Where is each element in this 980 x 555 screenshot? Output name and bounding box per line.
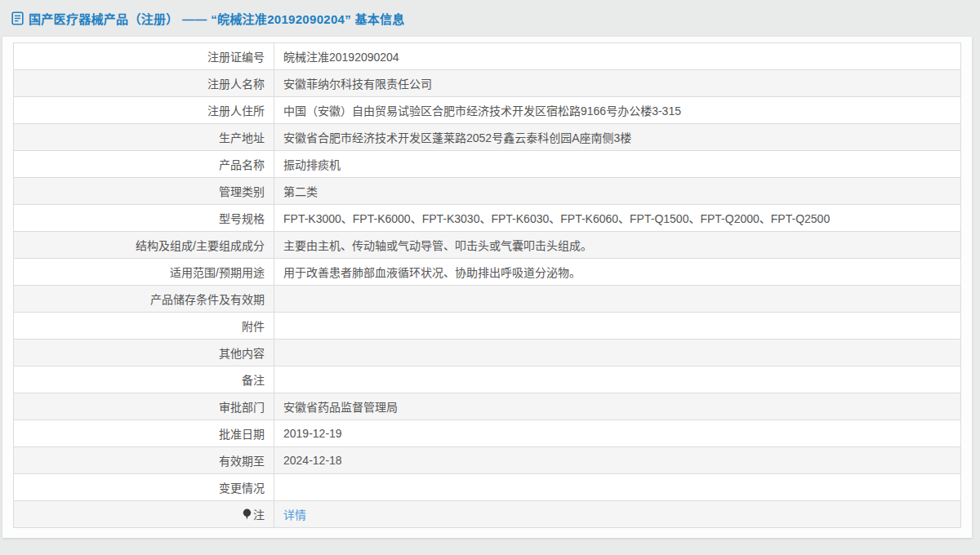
row-value-text: 安徽省合肥市经济技术开发区蓬莱路2052号鑫云泰科创园A座南侧3楼: [283, 131, 631, 144]
table-row: 型号规格FPT-K3000、FPT-K6000、FPT-K3030、FPT-K6…: [14, 205, 961, 232]
table-row: 其他内容: [14, 340, 961, 366]
row-label: 生产地址: [14, 124, 274, 151]
note-pin-icon: [243, 508, 252, 523]
row-value-text: FPT-K3000、FPT-K6000、FPT-K3030、FPT-K6030、…: [283, 212, 830, 225]
row-label: 结构及组成/主要组成成分: [14, 232, 274, 259]
row-label: 审批部门: [14, 393, 274, 420]
document-icon: [11, 11, 24, 25]
row-value-text: 安徽菲纳尔科技有限责任公司: [283, 78, 432, 91]
table-row: 审批部门安徽省药品监督管理局: [14, 393, 961, 420]
row-value: 用于改善患者肺部血液循环状况、协助排出呼吸道分泌物。: [274, 259, 961, 286]
content-card: 注册证编号皖械注准20192090204注册人名称安徽菲纳尔科技有限责任公司注册…: [2, 37, 972, 538]
row-label-text: 注册证编号: [207, 51, 265, 64]
row-label: 注册人名称: [14, 70, 274, 97]
row-label: 有效期至: [14, 447, 274, 474]
table-row: 注册人名称安徽菲纳尔科技有限责任公司: [14, 70, 961, 97]
row-value: [274, 313, 961, 340]
row-value: 皖械注准20192090204: [274, 43, 961, 70]
row-value-text: 安徽省药品监督管理局: [283, 401, 398, 414]
row-value: FPT-K3000、FPT-K6000、FPT-K3030、FPT-K6030、…: [274, 205, 961, 232]
row-value-text: 皖械注准20192090204: [283, 51, 399, 64]
row-label-text: 变更情况: [219, 482, 265, 495]
detail-link[interactable]: 详情: [283, 508, 306, 522]
table-row: 备注: [14, 366, 961, 393]
row-label: 注: [14, 501, 274, 528]
row-label: 管理类别: [14, 178, 274, 205]
row-label: 附件: [14, 313, 274, 340]
row-label: 变更情况: [14, 474, 274, 501]
row-label-text: 批准日期: [219, 428, 265, 441]
row-label-text: 产品储存条件及有效期: [150, 293, 265, 306]
row-label-text: 审批部门: [219, 401, 265, 414]
row-value-text: 2019-12-19: [283, 427, 342, 440]
table-row: 适用范围/预期用途用于改善患者肺部血液循环状况、协助排出呼吸道分泌物。: [14, 259, 961, 286]
table-row: 批准日期2019-12-19: [14, 420, 961, 447]
row-label: 产品储存条件及有效期: [14, 286, 274, 313]
row-label-text: 产品名称: [219, 158, 265, 171]
row-value: [274, 474, 961, 501]
table-row: 注详情: [14, 501, 961, 528]
table-row: 生产地址安徽省合肥市经济技术开发区蓬莱路2052号鑫云泰科创园A座南侧3楼: [14, 124, 961, 151]
row-label: 批准日期: [14, 420, 274, 447]
table-row: 附件: [14, 313, 961, 340]
row-label-text: 有效期至: [219, 455, 265, 468]
page-header: 国产医疗器械产品（注册） —— “皖械注准20192090204” 基本信息: [0, 0, 980, 37]
table-row: 结构及组成/主要组成成分主要由主机、传动轴或气动导管、叩击头或气囊叩击头组成。: [14, 232, 961, 259]
row-value: [274, 340, 961, 366]
row-label-text: 备注: [242, 374, 265, 387]
row-label-text: 其他内容: [219, 347, 265, 360]
table-row: 变更情况: [14, 474, 961, 501]
table-row: 注册证编号皖械注准20192090204: [14, 43, 961, 70]
row-value-text: 振动排痰机: [283, 158, 341, 171]
row-value-text: 第二类: [283, 185, 318, 198]
registration-info-table: 注册证编号皖械注准20192090204注册人名称安徽菲纳尔科技有限责任公司注册…: [13, 42, 961, 528]
row-value: 2019-12-19: [274, 420, 961, 447]
row-label: 其他内容: [14, 340, 274, 366]
row-label: 备注: [14, 366, 274, 393]
row-value: [274, 366, 961, 393]
row-value: 第二类: [274, 178, 961, 205]
table-row: 有效期至2024-12-18: [14, 447, 961, 474]
row-value: 详情: [274, 501, 961, 528]
row-label: 产品名称: [14, 151, 274, 178]
table-row: 管理类别第二类: [14, 178, 961, 205]
row-value: 中国（安徽）自由贸易试验区合肥市经济技术开发区宿松路9166号办公楼3-315: [274, 97, 961, 124]
page-title: 国产医疗器械产品（注册） —— “皖械注准20192090204” 基本信息: [29, 10, 405, 27]
row-label-text: 注册人名称: [207, 78, 265, 91]
row-label: 注册证编号: [14, 43, 274, 70]
row-value: 安徽省合肥市经济技术开发区蓬莱路2052号鑫云泰科创园A座南侧3楼: [274, 124, 961, 151]
row-value-text: 2024-12-18: [283, 454, 342, 467]
registration-table-body: 注册证编号皖械注准20192090204注册人名称安徽菲纳尔科技有限责任公司注册…: [14, 43, 961, 528]
row-label-text: 型号规格: [219, 212, 265, 225]
row-label-text: 管理类别: [219, 185, 265, 198]
row-value-text: 中国（安徽）自由贸易试验区合肥市经济技术开发区宿松路9166号办公楼3-315: [283, 104, 681, 118]
table-row: 注册人住所中国（安徽）自由贸易试验区合肥市经济技术开发区宿松路9166号办公楼3…: [14, 97, 961, 124]
row-value: 安徽省药品监督管理局: [274, 393, 961, 420]
table-row: 产品名称振动排痰机: [14, 151, 961, 178]
row-value: 2024-12-18: [274, 447, 961, 474]
row-value: 主要由主机、传动轴或气动导管、叩击头或气囊叩击头组成。: [274, 232, 961, 259]
row-label-text: 注: [253, 508, 265, 522]
row-label: 型号规格: [14, 205, 274, 232]
row-label-text: 生产地址: [219, 131, 265, 144]
row-value-text: 用于改善患者肺部血液循环状况、协助排出呼吸道分泌物。: [283, 266, 581, 279]
row-label-text: 注册人住所: [207, 104, 265, 118]
row-label: 注册人住所: [14, 97, 274, 124]
row-label-text: 适用范围/预期用途: [170, 266, 265, 279]
row-value-text: 主要由主机、传动轴或气动导管、叩击头或气囊叩击头组成。: [283, 239, 592, 252]
row-value: 安徽菲纳尔科技有限责任公司: [274, 70, 961, 97]
row-label: 适用范围/预期用途: [14, 259, 274, 286]
row-value: 振动排痰机: [274, 151, 961, 178]
row-label-text: 附件: [242, 320, 265, 333]
row-value: [274, 286, 961, 313]
row-label-text: 结构及组成/主要组成成分: [136, 239, 265, 252]
table-row: 产品储存条件及有效期: [14, 286, 961, 313]
